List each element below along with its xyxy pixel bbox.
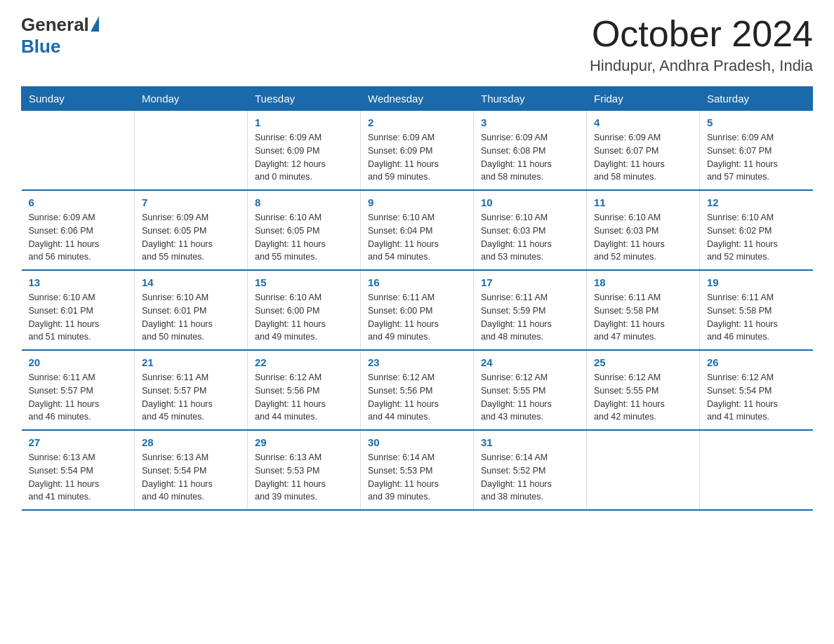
day-info: Sunrise: 6:10 AMSunset: 6:03 PMDaylight:… xyxy=(481,211,579,264)
calendar-cell: 9Sunrise: 6:10 AMSunset: 6:04 PMDaylight… xyxy=(361,190,474,270)
weekday-header-saturday: Saturday xyxy=(700,87,813,111)
calendar-cell: 17Sunrise: 6:11 AMSunset: 5:59 PMDayligh… xyxy=(474,270,587,350)
calendar-table: SundayMondayTuesdayWednesdayThursdayFrid… xyxy=(21,86,813,511)
day-number: 21 xyxy=(142,356,240,368)
calendar-week-row: 20Sunrise: 6:11 AMSunset: 5:57 PMDayligh… xyxy=(22,350,813,430)
calendar-cell: 24Sunrise: 6:12 AMSunset: 5:55 PMDayligh… xyxy=(474,350,587,430)
calendar-week-row: 1Sunrise: 6:09 AMSunset: 6:09 PMDaylight… xyxy=(22,111,813,191)
month-title: October 2024 xyxy=(590,14,813,54)
location-title: Hindupur, Andhra Pradesh, India xyxy=(590,57,813,75)
calendar-cell: 6Sunrise: 6:09 AMSunset: 6:06 PMDaylight… xyxy=(22,190,135,270)
page-header: General Blue October 2024 Hindupur, Andh… xyxy=(21,14,813,75)
calendar-cell: 27Sunrise: 6:13 AMSunset: 5:54 PMDayligh… xyxy=(22,430,135,510)
calendar-cell: 18Sunrise: 6:11 AMSunset: 5:58 PMDayligh… xyxy=(587,270,700,350)
day-info: Sunrise: 6:09 AMSunset: 6:05 PMDaylight:… xyxy=(142,211,240,264)
logo: General Blue xyxy=(21,14,99,58)
title-area: October 2024 Hindupur, Andhra Pradesh, I… xyxy=(590,14,813,75)
day-info: Sunrise: 6:12 AMSunset: 5:55 PMDaylight:… xyxy=(481,371,579,424)
day-number: 10 xyxy=(481,196,579,208)
calendar-cell: 3Sunrise: 6:09 AMSunset: 6:08 PMDaylight… xyxy=(474,111,587,191)
calendar-cell xyxy=(22,111,135,191)
calendar-cell: 23Sunrise: 6:12 AMSunset: 5:56 PMDayligh… xyxy=(361,350,474,430)
calendar-cell: 20Sunrise: 6:11 AMSunset: 5:57 PMDayligh… xyxy=(22,350,135,430)
day-info: Sunrise: 6:11 AMSunset: 5:58 PMDaylight:… xyxy=(594,291,692,344)
day-info: Sunrise: 6:11 AMSunset: 5:59 PMDaylight:… xyxy=(481,291,579,344)
day-number: 12 xyxy=(707,196,806,208)
weekday-header-tuesday: Tuesday xyxy=(248,87,361,111)
day-number: 8 xyxy=(255,196,353,208)
day-info: Sunrise: 6:10 AMSunset: 6:03 PMDaylight:… xyxy=(594,211,692,264)
calendar-cell: 10Sunrise: 6:10 AMSunset: 6:03 PMDayligh… xyxy=(474,190,587,270)
day-info: Sunrise: 6:12 AMSunset: 5:55 PMDaylight:… xyxy=(594,371,692,424)
day-number: 27 xyxy=(29,436,128,448)
day-number: 17 xyxy=(481,276,579,288)
day-number: 13 xyxy=(29,276,128,288)
day-number: 19 xyxy=(707,276,806,288)
day-number: 15 xyxy=(255,276,353,288)
weekday-header-friday: Friday xyxy=(587,87,700,111)
day-info: Sunrise: 6:09 AMSunset: 6:09 PMDaylight:… xyxy=(255,131,353,184)
weekday-header-monday: Monday xyxy=(135,87,248,111)
day-number: 6 xyxy=(29,196,128,208)
calendar-cell: 31Sunrise: 6:14 AMSunset: 5:52 PMDayligh… xyxy=(474,430,587,510)
weekday-header-wednesday: Wednesday xyxy=(361,87,474,111)
day-number: 25 xyxy=(594,356,692,368)
day-number: 1 xyxy=(255,116,353,128)
day-info: Sunrise: 6:11 AMSunset: 6:00 PMDaylight:… xyxy=(368,291,466,344)
calendar-cell xyxy=(700,430,813,510)
day-info: Sunrise: 6:13 AMSunset: 5:54 PMDaylight:… xyxy=(29,451,128,504)
day-info: Sunrise: 6:11 AMSunset: 5:57 PMDaylight:… xyxy=(29,371,128,424)
day-number: 14 xyxy=(142,276,240,288)
logo-general-text: General xyxy=(21,14,89,36)
day-info: Sunrise: 6:14 AMSunset: 5:52 PMDaylight:… xyxy=(481,451,579,504)
calendar-cell: 16Sunrise: 6:11 AMSunset: 6:00 PMDayligh… xyxy=(361,270,474,350)
day-number: 31 xyxy=(481,436,579,448)
calendar-cell: 11Sunrise: 6:10 AMSunset: 6:03 PMDayligh… xyxy=(587,190,700,270)
calendar-cell: 2Sunrise: 6:09 AMSunset: 6:09 PMDaylight… xyxy=(361,111,474,191)
day-info: Sunrise: 6:09 AMSunset: 6:08 PMDaylight:… xyxy=(481,131,579,184)
calendar-cell: 1Sunrise: 6:09 AMSunset: 6:09 PMDaylight… xyxy=(248,111,361,191)
day-info: Sunrise: 6:13 AMSunset: 5:54 PMDaylight:… xyxy=(142,451,240,504)
day-number: 22 xyxy=(255,356,353,368)
calendar-week-row: 6Sunrise: 6:09 AMSunset: 6:06 PMDaylight… xyxy=(22,190,813,270)
day-number: 2 xyxy=(368,116,466,128)
day-info: Sunrise: 6:12 AMSunset: 5:56 PMDaylight:… xyxy=(368,371,466,424)
logo-triangle-icon xyxy=(91,16,99,32)
calendar-cell: 30Sunrise: 6:14 AMSunset: 5:53 PMDayligh… xyxy=(361,430,474,510)
weekday-header-row: SundayMondayTuesdayWednesdayThursdayFrid… xyxy=(22,87,813,111)
weekday-header-sunday: Sunday xyxy=(22,87,135,111)
logo-blue-text: Blue xyxy=(21,36,60,58)
calendar-week-row: 27Sunrise: 6:13 AMSunset: 5:54 PMDayligh… xyxy=(22,430,813,510)
day-info: Sunrise: 6:10 AMSunset: 6:02 PMDaylight:… xyxy=(707,211,806,264)
day-info: Sunrise: 6:11 AMSunset: 5:58 PMDaylight:… xyxy=(707,291,806,344)
day-number: 26 xyxy=(707,356,806,368)
day-number: 23 xyxy=(368,356,466,368)
day-info: Sunrise: 6:10 AMSunset: 6:00 PMDaylight:… xyxy=(255,291,353,344)
day-info: Sunrise: 6:10 AMSunset: 6:05 PMDaylight:… xyxy=(255,211,353,264)
day-info: Sunrise: 6:10 AMSunset: 6:04 PMDaylight:… xyxy=(368,211,466,264)
calendar-cell: 7Sunrise: 6:09 AMSunset: 6:05 PMDaylight… xyxy=(135,190,248,270)
day-number: 29 xyxy=(255,436,353,448)
day-info: Sunrise: 6:09 AMSunset: 6:06 PMDaylight:… xyxy=(29,211,128,264)
calendar-cell: 15Sunrise: 6:10 AMSunset: 6:00 PMDayligh… xyxy=(248,270,361,350)
calendar-cell: 19Sunrise: 6:11 AMSunset: 5:58 PMDayligh… xyxy=(700,270,813,350)
day-number: 20 xyxy=(29,356,128,368)
calendar-cell: 13Sunrise: 6:10 AMSunset: 6:01 PMDayligh… xyxy=(22,270,135,350)
day-info: Sunrise: 6:12 AMSunset: 5:54 PMDaylight:… xyxy=(707,371,806,424)
day-info: Sunrise: 6:14 AMSunset: 5:53 PMDaylight:… xyxy=(368,451,466,504)
calendar-cell: 22Sunrise: 6:12 AMSunset: 5:56 PMDayligh… xyxy=(248,350,361,430)
calendar-cell: 29Sunrise: 6:13 AMSunset: 5:53 PMDayligh… xyxy=(248,430,361,510)
calendar-cell xyxy=(587,430,700,510)
day-number: 28 xyxy=(142,436,240,448)
day-info: Sunrise: 6:09 AMSunset: 6:07 PMDaylight:… xyxy=(707,131,806,184)
day-info: Sunrise: 6:09 AMSunset: 6:07 PMDaylight:… xyxy=(594,131,692,184)
calendar-cell: 14Sunrise: 6:10 AMSunset: 6:01 PMDayligh… xyxy=(135,270,248,350)
calendar-cell: 26Sunrise: 6:12 AMSunset: 5:54 PMDayligh… xyxy=(700,350,813,430)
day-number: 18 xyxy=(594,276,692,288)
calendar-cell: 28Sunrise: 6:13 AMSunset: 5:54 PMDayligh… xyxy=(135,430,248,510)
calendar-cell: 21Sunrise: 6:11 AMSunset: 5:57 PMDayligh… xyxy=(135,350,248,430)
day-info: Sunrise: 6:12 AMSunset: 5:56 PMDaylight:… xyxy=(255,371,353,424)
day-number: 5 xyxy=(707,116,806,128)
day-number: 3 xyxy=(481,116,579,128)
calendar-cell: 4Sunrise: 6:09 AMSunset: 6:07 PMDaylight… xyxy=(587,111,700,191)
